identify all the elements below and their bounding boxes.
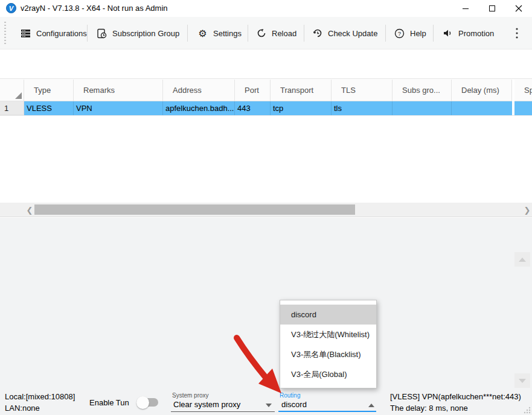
horizontal-scrollbar-thumb[interactable] <box>34 204 355 215</box>
routing-option-discord[interactable]: discord <box>280 305 376 325</box>
log-output-area <box>0 252 532 389</box>
server-stack-icon <box>21 28 31 39</box>
vscroll-down-button[interactable] <box>514 373 530 388</box>
cell-remarks[interactable]: VPN <box>74 101 163 115</box>
server-table: Type Remarks Address Port Transport TLS … <box>0 78 532 203</box>
log-toolbar: Filter, supports regular expressi Auto r… <box>0 218 532 252</box>
reload-button[interactable]: Reload <box>256 17 296 49</box>
routing-dropdown-popup: discord V3-绕过大陆(Whitelist) V3-黑名单(Blackl… <box>280 300 377 388</box>
subscription-group-label: Subscription Group <box>112 29 179 38</box>
column-header-port[interactable]: Port <box>235 80 271 101</box>
promotion-button[interactable]: Promotion <box>443 17 494 49</box>
help-button[interactable]: ? Help <box>394 17 426 49</box>
select-all-triangle-icon <box>15 92 22 99</box>
system-proxy-underline <box>171 411 275 412</box>
toolbar-separator <box>187 25 188 42</box>
toolbar-separator <box>385 25 386 42</box>
toolbar-separator <box>248 25 248 42</box>
scroll-left-icon[interactable]: ❮ <box>25 204 34 216</box>
vscroll-up-button[interactable] <box>514 252 530 267</box>
resize-grip[interactable] <box>523 406 531 414</box>
row-number-cell[interactable]: 1 <box>0 101 24 115</box>
toolbar-separator <box>433 25 434 42</box>
help-question-icon: ? <box>394 28 405 39</box>
gear-icon: ⚙ <box>197 28 208 39</box>
column-header-subs[interactable]: Subs gro... <box>393 80 452 101</box>
row-divider <box>0 115 532 116</box>
arrow-up-icon <box>519 258 526 262</box>
chevron-down-icon[interactable] <box>266 404 272 407</box>
delay-info: The delay: 8 ms, none <box>390 404 468 413</box>
cell-speed[interactable] <box>514 101 532 115</box>
toolbar-separator <box>304 25 304 42</box>
column-header-type[interactable]: Type <box>24 80 74 101</box>
toggle-knob <box>136 396 149 409</box>
cell-type[interactable]: VLESS <box>24 101 74 115</box>
routing-combobox[interactable]: discord <box>281 400 307 409</box>
routing-label: Routing <box>280 392 300 399</box>
horizontal-scrollbar[interactable]: ❮ ❯ <box>0 203 532 217</box>
enable-tun-label: Enable Tun <box>89 398 129 407</box>
server-filter-row: All Configuration filter, press Enter to <box>0 49 532 78</box>
speaker-icon <box>443 28 453 39</box>
cell-tls[interactable]: tls <box>332 101 393 115</box>
toolbar-separator <box>87 25 88 42</box>
cell-delay[interactable] <box>452 101 512 115</box>
column-header-tls[interactable]: TLS <box>332 80 393 101</box>
select-all-header[interactable] <box>0 80 24 101</box>
routing-option-global[interactable]: V3-全局(Global) <box>280 364 376 384</box>
routing-option-blacklist[interactable]: V3-黑名单(Blacklist) <box>280 344 376 364</box>
routing-option-whitelist[interactable]: V3-绕过大陆(Whitelist) <box>280 325 376 344</box>
promotion-label: Promotion <box>458 29 494 38</box>
status-bar: Local:[mixed:10808] LAN:none Enable Tun … <box>0 389 532 415</box>
subscription-group-button[interactable]: Subscription Group <box>97 17 179 49</box>
cell-port[interactable]: 443 <box>235 101 271 115</box>
check-update-label: Check Update <box>328 29 377 38</box>
settings-label: Settings <box>213 29 242 38</box>
column-header-speed[interactable]: Sp <box>514 80 532 101</box>
title-bar: V v2rayN - V7.13.8 - X64 - Not run as Ad… <box>0 0 532 17</box>
toolbar-grip-handle[interactable] <box>4 22 6 45</box>
main-toolbar: Configurations Subscription Group ⚙ Sett… <box>0 17 532 49</box>
window-title: v2rayN - V7.13.8 - X64 - Not run as Admi… <box>21 4 168 13</box>
maximize-button[interactable] <box>479 0 505 17</box>
subscription-book-icon <box>97 28 107 39</box>
settings-button[interactable]: ⚙ Settings <box>197 17 242 49</box>
system-proxy-label: System proxy <box>172 392 209 399</box>
cell-address[interactable]: apfelkuchen.badh... <box>163 101 235 115</box>
configurations-button[interactable]: Configurations <box>21 17 87 49</box>
enable-tun-toggle[interactable] <box>138 398 158 407</box>
configurations-label: Configurations <box>36 29 87 38</box>
active-server-info: [VLESS] VPN(apfelkuchen***net:443) <box>390 392 521 401</box>
reload-icon <box>256 28 266 39</box>
column-header-address[interactable]: Address <box>163 80 235 101</box>
column-header-delay[interactable]: Delay (ms) <box>452 80 512 101</box>
routing-underline <box>278 411 376 412</box>
column-header-remarks[interactable]: Remarks <box>74 80 163 101</box>
app-logo-icon: V <box>6 3 16 13</box>
column-header-transport[interactable]: Transport <box>271 80 332 101</box>
close-button[interactable] <box>505 0 532 17</box>
svg-text:?: ? <box>398 30 401 37</box>
update-clock-icon <box>312 28 322 39</box>
arrow-down-icon <box>519 379 526 383</box>
lan-listen-info: LAN:none <box>5 404 40 413</box>
chevron-up-icon[interactable] <box>368 404 374 407</box>
cell-transport[interactable]: tcp <box>271 101 332 115</box>
cell-subs[interactable] <box>393 101 452 115</box>
reload-label: Reload <box>272 29 296 38</box>
minimize-button[interactable] <box>452 0 479 17</box>
overflow-menu-button[interactable] <box>510 17 524 49</box>
check-update-button[interactable]: Check Update <box>312 17 377 49</box>
scroll-right-icon[interactable]: ❯ <box>523 204 531 216</box>
system-proxy-combobox[interactable]: Clear system proxy <box>173 400 240 409</box>
help-label: Help <box>410 29 426 38</box>
local-listen-info: Local:[mixed:10808] <box>5 392 75 401</box>
